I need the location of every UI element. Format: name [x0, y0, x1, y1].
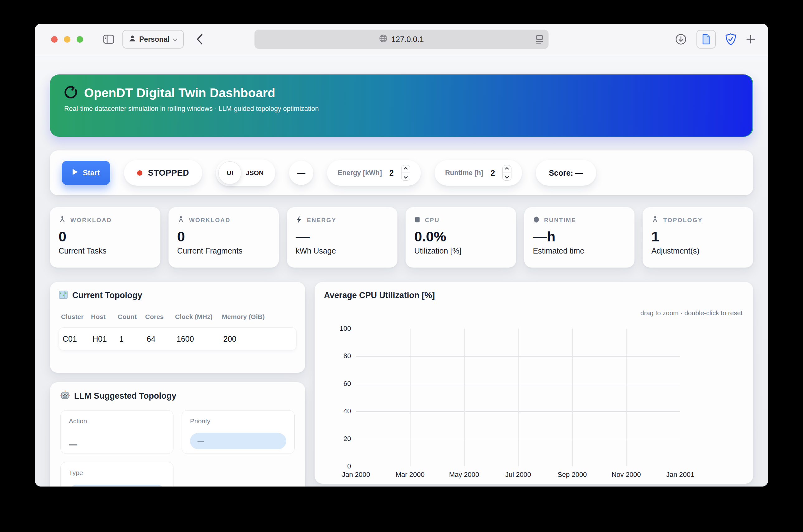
page-title: OpenDT Digital Twin Dashboard — [84, 86, 275, 100]
view-toggle-ui[interactable]: UI — [218, 162, 242, 184]
runtime-value: 2 — [491, 169, 495, 177]
x-tick-label: Sep 2000 — [557, 471, 587, 479]
download-icon[interactable] — [675, 33, 687, 45]
bolt-icon — [295, 216, 303, 225]
plot-area[interactable]: 020406080100Jan 2000Mar 2000May 2000Jul … — [356, 329, 680, 466]
stat-caption: Current Tasks — [59, 246, 152, 255]
stat-card-fragments: WORKLOAD 0 Current Fragments — [169, 207, 279, 268]
start-button[interactable]: Start — [62, 161, 110, 185]
stat-card-energy: ENERGY — kWh Usage — [287, 207, 398, 268]
address-bar[interactable]: 127.0.0.1 — [254, 30, 549, 49]
control-bar: Start STOPPED UI JSON — Energy [kWh] 2 — [50, 150, 753, 195]
map-icon — [59, 290, 68, 301]
status-badge: STOPPED — [124, 160, 202, 186]
stat-caption: Estimated time — [533, 246, 626, 255]
globe-icon — [379, 34, 387, 44]
back-button[interactable] — [196, 34, 203, 45]
x-tick-label: Mar 2000 — [396, 471, 424, 479]
action-label: Action — [69, 417, 165, 425]
status-label: STOPPED — [148, 168, 189, 178]
y-tick-label: 40 — [344, 407, 351, 415]
privacy-shield-icon[interactable] — [725, 33, 737, 45]
runtime-input-group: Runtime [h] 2 — [435, 160, 522, 186]
minimize-window-button[interactable] — [64, 36, 71, 43]
score-badge: Score: — — [536, 160, 596, 186]
stat-card-topology: TOPOLOGY 1 Adjustment(s) — [643, 207, 753, 268]
topology-table-header: Cluster Host Count Cores Clock (MHz) Mem… — [61, 313, 295, 321]
y-tick-label: 100 — [340, 325, 351, 332]
browser-toolbar: Personal 127.0.0.1 — [35, 24, 768, 55]
topology-table-row: C01 H01 1 64 1600 200 — [59, 327, 297, 350]
x-tick-label: Jan 2001 — [666, 471, 694, 479]
circle-icon — [533, 216, 540, 225]
x-tick-label: Nov 2000 — [611, 471, 641, 479]
page-icon — [702, 34, 710, 44]
zoom-window-button[interactable] — [77, 36, 83, 43]
energy-value: 2 — [389, 169, 394, 177]
current-topology-panel: Current Topology Cluster Host Count Core… — [50, 282, 305, 373]
topology-panel-title: Current Topology — [72, 291, 142, 300]
stat-card-cpu: CPU 0.0% Utilization [%] — [405, 207, 516, 268]
priority-label: Priority — [190, 417, 286, 425]
gauge-icon — [64, 86, 77, 100]
stat-card-runtime: RUNTIME —h Estimated time — [524, 207, 635, 268]
new-tab-plus-icon[interactable] — [746, 34, 756, 44]
url-text: 127.0.0.1 — [391, 35, 424, 44]
play-icon — [72, 169, 78, 177]
priority-select[interactable]: — — [190, 433, 286, 449]
chevron-down-icon — [173, 35, 177, 44]
score-label: Score: — — [549, 169, 583, 177]
llm-panel-title: LLM Suggested Topology — [74, 391, 176, 401]
view-toggle: UI JSON — [216, 159, 275, 186]
browser-window: Personal 127.0.0.1 — [35, 24, 768, 487]
v-gridline — [626, 329, 627, 466]
page-format-icon[interactable] — [535, 34, 544, 44]
v-gridline — [410, 329, 411, 466]
stat-value: 1 — [651, 229, 744, 245]
x-tick-label: May 2000 — [449, 471, 479, 479]
view-toggle-json[interactable]: JSON — [242, 169, 273, 177]
cpu-utilization-chart-panel: Average CPU Utilization [%] drag to zoom… — [314, 282, 753, 484]
profile-label: Personal — [139, 35, 169, 44]
v-gridline — [464, 329, 465, 466]
profile-button[interactable]: Personal — [122, 30, 184, 49]
stat-caption: kWh Usage — [295, 246, 389, 255]
energy-stepper[interactable] — [401, 165, 410, 180]
type-label: Type — [69, 469, 165, 477]
priority-field: Priority — — [181, 410, 295, 454]
fork-icon — [177, 216, 185, 225]
chart-zoom-hint: drag to zoom · double-click to reset — [641, 309, 743, 317]
v-gridline — [518, 329, 519, 466]
person-icon — [129, 35, 136, 44]
traffic-lights — [51, 36, 83, 43]
dashboard-page: OpenDT Digital Twin Dashboard Real-time … — [35, 55, 768, 487]
x-tick-label: Jan 2000 — [342, 471, 370, 479]
toolbar-right-icons — [675, 24, 756, 55]
chart-title: Average CPU Utilization [%] — [324, 291, 435, 300]
y-tick-label: 80 — [344, 352, 351, 360]
status-dot-icon — [137, 170, 142, 176]
stat-value: —h — [533, 229, 626, 245]
tabs-button[interactable] — [696, 30, 716, 49]
chip-icon — [414, 216, 421, 225]
runtime-label: Runtime [h] — [445, 169, 483, 177]
stat-caption: Adjustment(s) — [651, 246, 744, 255]
y-tick-label: 0 — [347, 462, 351, 470]
sidebar-toggle-icon[interactable] — [103, 34, 114, 44]
runtime-stepper[interactable] — [502, 165, 512, 180]
energy-label: Energy [kWh] — [338, 169, 382, 177]
stat-value: 0 — [59, 229, 152, 245]
close-window-button[interactable] — [51, 36, 58, 43]
window-value-button[interactable]: — — [289, 161, 313, 185]
stat-value: 0 — [177, 229, 270, 245]
hero-banner: OpenDT Digital Twin Dashboard Real-time … — [50, 74, 753, 137]
action-field: Action — — [60, 410, 173, 454]
action-value: — — [69, 440, 165, 450]
y-tick-label: 20 — [344, 435, 351, 443]
type-select[interactable]: — — [69, 484, 165, 487]
fork-icon — [59, 216, 66, 225]
stat-value: 0.0% — [414, 229, 508, 245]
robot-icon — [60, 390, 70, 401]
energy-input-group: Energy [kWh] 2 — [327, 160, 421, 186]
page-subtitle: Real-time datacenter simulation in rolli… — [64, 105, 739, 113]
